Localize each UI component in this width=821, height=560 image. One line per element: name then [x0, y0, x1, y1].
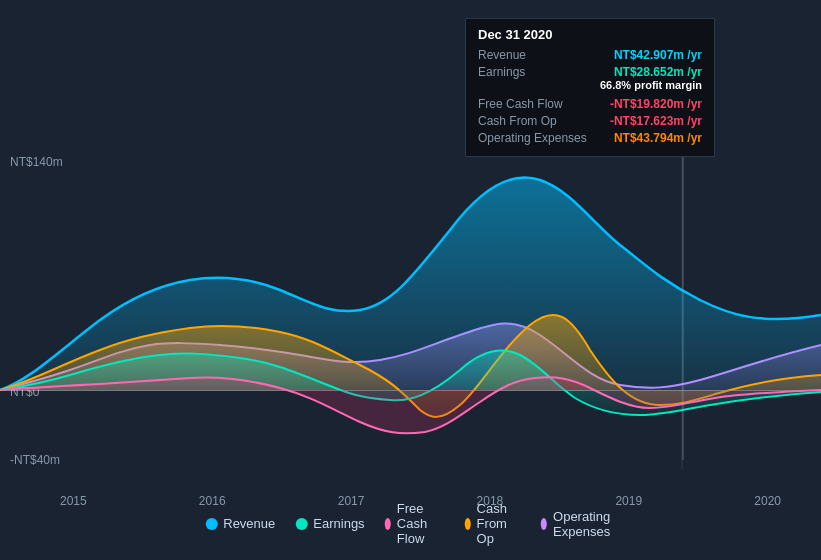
- legend-cashfromop[interactable]: Cash From Op: [464, 501, 520, 546]
- tooltip-label-earnings: Earnings: [478, 65, 525, 79]
- legend-label-opex: Operating Expenses: [553, 509, 616, 539]
- legend-opex[interactable]: Operating Expenses: [541, 509, 616, 539]
- tooltip-value-cashfromop: -NT$17.623m /yr: [610, 114, 702, 128]
- tooltip-label-opex: Operating Expenses: [478, 131, 587, 145]
- tooltip-value-revenue: NT$42.907m /yr: [614, 48, 702, 62]
- legend-revenue[interactable]: Revenue: [205, 516, 275, 531]
- chart-container: Dec 31 2020 Revenue NT$42.907m /yr Earni…: [0, 0, 821, 560]
- legend-fcf[interactable]: Free Cash Flow: [385, 501, 445, 546]
- x-label-2020: 2020: [754, 494, 781, 508]
- legend-earnings[interactable]: Earnings: [295, 516, 364, 531]
- legend-dot-fcf: [385, 518, 391, 530]
- tooltip-row-fcf: Free Cash Flow -NT$19.820m /yr: [478, 97, 702, 111]
- legend-label-revenue: Revenue: [223, 516, 275, 531]
- tooltip-profit-margin: 66.8% profit margin: [600, 79, 702, 91]
- legend-dot-earnings: [295, 518, 307, 530]
- tooltip-row-revenue: Revenue NT$42.907m /yr: [478, 48, 702, 62]
- tooltip-value-earnings: NT$28.652m /yr: [600, 65, 702, 79]
- legend-label-fcf: Free Cash Flow: [397, 501, 445, 546]
- tooltip-value-earnings-group: NT$28.652m /yr 66.8% profit margin: [600, 65, 702, 94]
- tooltip-label-revenue: Revenue: [478, 48, 526, 62]
- chart-svg: [0, 150, 821, 470]
- legend-label-cashfromop: Cash From Op: [477, 501, 521, 546]
- tooltip-row-cashfromop: Cash From Op -NT$17.623m /yr: [478, 114, 702, 128]
- tooltip-value-opex: NT$43.794m /yr: [614, 131, 702, 145]
- legend-dot-opex: [541, 518, 547, 530]
- legend-label-earnings: Earnings: [313, 516, 364, 531]
- tooltip-date: Dec 31 2020: [478, 27, 702, 42]
- tooltip-label-cashfromop: Cash From Op: [478, 114, 557, 128]
- tooltip-row-opex: Operating Expenses NT$43.794m /yr: [478, 131, 702, 145]
- legend-dot-revenue: [205, 518, 217, 530]
- tooltip-row-earnings: Earnings NT$28.652m /yr 66.8% profit mar…: [478, 65, 702, 94]
- legend-dot-cashfromop: [464, 518, 470, 530]
- x-label-2015: 2015: [60, 494, 87, 508]
- tooltip-label-fcf: Free Cash Flow: [478, 97, 563, 111]
- tooltip-value-fcf: -NT$19.820m /yr: [610, 97, 702, 111]
- chart-legend: Revenue Earnings Free Cash Flow Cash Fro…: [205, 501, 616, 546]
- x-label-2019: 2019: [615, 494, 642, 508]
- tooltip-box: Dec 31 2020 Revenue NT$42.907m /yr Earni…: [465, 18, 715, 157]
